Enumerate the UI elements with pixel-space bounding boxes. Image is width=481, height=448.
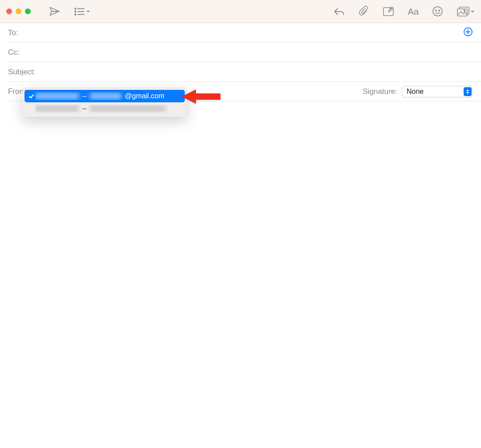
signature-group: Signature: None	[363, 86, 473, 97]
cc-field-row[interactable]: Cc:	[8, 43, 481, 62]
from-account-option-content: – @gmail.com	[35, 92, 181, 100]
redacted-email-local	[90, 93, 121, 100]
photo-browser-icon	[457, 6, 470, 17]
signature-select[interactable]: None	[402, 86, 473, 97]
from-account-option-selected[interactable]: – @gmail.com	[24, 90, 185, 102]
subject-label: Subject:	[8, 68, 35, 77]
markup-icon	[383, 6, 394, 17]
dash-separator: –	[82, 105, 86, 113]
redacted-account-name	[35, 105, 79, 112]
reply-icon	[333, 6, 345, 17]
font-format-icon: Aa	[408, 6, 419, 17]
chevron-down-icon	[470, 9, 475, 14]
svg-point-2	[75, 11, 76, 12]
paperclip-icon	[359, 6, 369, 17]
chevron-down-icon	[86, 9, 90, 14]
add-recipient-button[interactable]	[463, 27, 473, 39]
svg-point-9	[436, 10, 436, 11]
subject-field-row[interactable]: Subject:	[8, 62, 481, 82]
redacted-account-name	[35, 93, 79, 100]
from-account-option[interactable]: –	[24, 102, 185, 115]
emoji-icon	[432, 6, 443, 17]
cc-input[interactable]	[20, 48, 481, 57]
zoom-window-button[interactable]	[25, 8, 31, 14]
checkmark-icon	[27, 93, 35, 99]
subject-input[interactable]	[35, 68, 481, 77]
compose-toolbar: Aa	[0, 0, 481, 23]
svg-point-8	[433, 7, 442, 16]
signature-value: None	[407, 88, 424, 96]
reply-button[interactable]	[333, 6, 345, 17]
send-button[interactable]	[49, 5, 61, 17]
window-controls	[6, 8, 31, 14]
dash-separator: –	[82, 92, 86, 100]
signature-label: Signature:	[363, 87, 398, 96]
photo-browser-button[interactable]	[457, 6, 475, 17]
svg-point-13	[464, 10, 465, 11]
from-account-dropdown: – @gmail.com –	[22, 88, 187, 117]
emoji-button[interactable]	[432, 6, 443, 17]
send-icon	[49, 5, 61, 17]
svg-point-1	[75, 8, 76, 9]
toolbar-right-group: Aa	[333, 6, 475, 17]
from-account-option-content: –	[35, 105, 181, 113]
email-domain-suffix: @gmail.com	[125, 92, 164, 100]
svg-point-10	[439, 10, 440, 11]
format-button[interactable]: Aa	[408, 6, 419, 17]
to-label: To:	[8, 28, 18, 37]
header-fields-button[interactable]	[74, 7, 90, 16]
to-field-row[interactable]: To:	[8, 23, 481, 43]
svg-point-3	[75, 14, 76, 15]
to-input[interactable]	[18, 28, 481, 37]
markup-button[interactable]	[383, 6, 394, 17]
redacted-email-full	[90, 105, 166, 112]
plus-circle-icon	[463, 27, 473, 36]
header-list-icon	[74, 7, 86, 16]
cc-label: Cc:	[8, 48, 20, 57]
toolbar-left-group	[49, 5, 90, 17]
select-stepper-icon	[464, 87, 472, 96]
close-window-button[interactable]	[6, 8, 12, 14]
minimize-window-button[interactable]	[16, 8, 21, 14]
attach-button[interactable]	[359, 6, 369, 17]
